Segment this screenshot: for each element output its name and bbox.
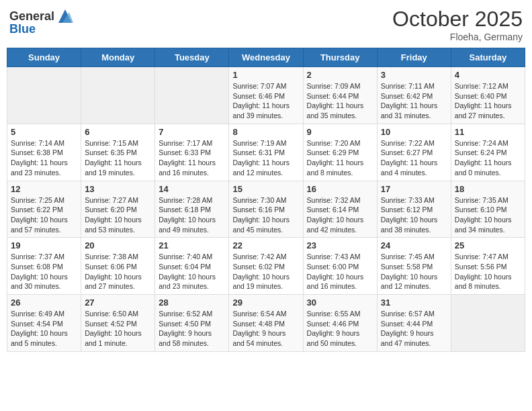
day-info: Sunrise: 6:57 AMSunset: 4:44 PMDaylight:… <box>381 309 447 349</box>
logo: General Blue <box>9 7 75 35</box>
logo-icon <box>56 7 75 26</box>
day-info: Sunrise: 7:25 AMSunset: 6:22 PMDaylight:… <box>11 195 77 235</box>
day-info: Sunrise: 7:19 AMSunset: 6:31 PMDaylight:… <box>232 138 299 178</box>
day-info: Sunrise: 7:27 AMSunset: 6:20 PMDaylight:… <box>85 195 151 235</box>
calendar-cell: 25Sunrise: 7:47 AMSunset: 5:56 PMDayligh… <box>451 238 525 295</box>
weekday-header-wednesday: Wednesday <box>229 48 303 67</box>
day-info: Sunrise: 7:20 AMSunset: 6:29 PMDaylight:… <box>307 138 373 178</box>
title-block: October 2025 Floeha, Germany <box>392 7 523 42</box>
day-number: 26 <box>11 298 77 308</box>
day-info: Sunrise: 7:17 AMSunset: 6:33 PMDaylight:… <box>159 138 225 178</box>
day-info: Sunrise: 6:52 AMSunset: 4:50 PMDaylight:… <box>159 309 225 349</box>
day-info: Sunrise: 7:40 AMSunset: 6:04 PMDaylight:… <box>159 252 225 291</box>
weekday-header-thursday: Thursday <box>303 48 377 67</box>
calendar-cell: 7Sunrise: 7:17 AMSunset: 6:33 PMDaylight… <box>155 124 229 181</box>
day-info: Sunrise: 7:22 AMSunset: 6:27 PMDaylight:… <box>381 138 447 178</box>
day-number: 23 <box>307 240 373 250</box>
day-info: Sunrise: 6:49 AMSunset: 4:54 PMDaylight:… <box>11 309 77 349</box>
day-number: 24 <box>381 240 447 250</box>
day-number: 3 <box>381 70 447 80</box>
day-info: Sunrise: 7:15 AMSunset: 6:35 PMDaylight:… <box>85 138 151 178</box>
calendar-cell <box>451 295 525 352</box>
calendar-cell: 29Sunrise: 6:54 AMSunset: 4:48 PMDayligh… <box>229 295 303 352</box>
day-info: Sunrise: 7:42 AMSunset: 6:02 PMDaylight:… <box>232 252 299 291</box>
day-info: Sunrise: 7:35 AMSunset: 6:10 PMDaylight:… <box>455 195 521 235</box>
calendar-cell: 8Sunrise: 7:19 AMSunset: 6:31 PMDaylight… <box>229 124 303 181</box>
day-number: 5 <box>11 127 77 137</box>
calendar-cell <box>7 67 81 124</box>
day-number: 21 <box>159 240 225 250</box>
day-number: 17 <box>381 184 447 194</box>
weekday-header-tuesday: Tuesday <box>155 48 229 67</box>
day-info: Sunrise: 7:47 AMSunset: 5:56 PMDaylight:… <box>455 252 521 291</box>
page-header: General Blue October 2025 Floeha, German… <box>7 7 525 42</box>
day-number: 27 <box>85 298 151 308</box>
calendar-cell: 3Sunrise: 7:11 AMSunset: 6:42 PMDaylight… <box>377 67 451 124</box>
calendar-cell: 16Sunrise: 7:32 AMSunset: 6:14 PMDayligh… <box>303 181 377 238</box>
month-title: October 2025 <box>392 7 523 32</box>
day-info: Sunrise: 7:24 AMSunset: 6:24 PMDaylight:… <box>455 138 521 178</box>
calendar-cell <box>81 67 155 124</box>
calendar-cell: 15Sunrise: 7:30 AMSunset: 6:16 PMDayligh… <box>229 181 303 238</box>
day-number: 13 <box>85 184 151 194</box>
calendar-cell: 21Sunrise: 7:40 AMSunset: 6:04 PMDayligh… <box>155 238 229 295</box>
calendar-cell: 14Sunrise: 7:28 AMSunset: 6:18 PMDayligh… <box>155 181 229 238</box>
day-info: Sunrise: 7:12 AMSunset: 6:40 PMDaylight:… <box>455 81 521 121</box>
calendar-cell: 2Sunrise: 7:09 AMSunset: 6:44 PMDaylight… <box>303 67 377 124</box>
calendar-week-1: 1Sunrise: 7:07 AMSunset: 6:46 PMDaylight… <box>7 67 525 124</box>
day-info: Sunrise: 7:07 AMSunset: 6:46 PMDaylight:… <box>232 81 299 121</box>
calendar-week-3: 12Sunrise: 7:25 AMSunset: 6:22 PMDayligh… <box>7 181 525 238</box>
day-number: 18 <box>455 184 521 194</box>
weekday-header-monday: Monday <box>81 48 155 67</box>
calendar-week-2: 5Sunrise: 7:14 AMSunset: 6:38 PMDaylight… <box>7 124 525 181</box>
calendar-cell: 19Sunrise: 7:37 AMSunset: 6:08 PMDayligh… <box>7 238 81 295</box>
day-number: 2 <box>307 70 373 80</box>
calendar-cell: 30Sunrise: 6:55 AMSunset: 4:46 PMDayligh… <box>303 295 377 352</box>
day-info: Sunrise: 7:11 AMSunset: 6:42 PMDaylight:… <box>381 81 447 121</box>
calendar-cell: 5Sunrise: 7:14 AMSunset: 6:38 PMDaylight… <box>7 124 81 181</box>
day-info: Sunrise: 6:50 AMSunset: 4:52 PMDaylight:… <box>85 309 151 349</box>
calendar-cell: 6Sunrise: 7:15 AMSunset: 6:35 PMDaylight… <box>81 124 155 181</box>
day-info: Sunrise: 6:54 AMSunset: 4:48 PMDaylight:… <box>232 309 299 349</box>
day-info: Sunrise: 7:30 AMSunset: 6:16 PMDaylight:… <box>232 195 299 235</box>
day-number: 29 <box>232 298 299 308</box>
day-info: Sunrise: 7:43 AMSunset: 6:00 PMDaylight:… <box>307 252 373 291</box>
day-number: 25 <box>455 240 521 250</box>
day-number: 20 <box>85 240 151 250</box>
calendar-cell: 27Sunrise: 6:50 AMSunset: 4:52 PMDayligh… <box>81 295 155 352</box>
day-info: Sunrise: 7:14 AMSunset: 6:38 PMDaylight:… <box>11 138 77 178</box>
weekday-header-saturday: Saturday <box>451 48 525 67</box>
logo-blue: Blue <box>9 23 36 35</box>
day-info: Sunrise: 6:55 AMSunset: 4:46 PMDaylight:… <box>307 309 373 349</box>
calendar-cell: 22Sunrise: 7:42 AMSunset: 6:02 PMDayligh… <box>229 238 303 295</box>
day-number: 7 <box>159 127 225 137</box>
calendar-week-4: 19Sunrise: 7:37 AMSunset: 6:08 PMDayligh… <box>7 238 525 295</box>
day-number: 8 <box>232 127 299 137</box>
calendar-cell: 28Sunrise: 6:52 AMSunset: 4:50 PMDayligh… <box>155 295 229 352</box>
calendar-table: SundayMondayTuesdayWednesdayThursdayFrid… <box>7 48 525 352</box>
day-number: 15 <box>232 184 299 194</box>
day-number: 16 <box>307 184 373 194</box>
weekday-header-row: SundayMondayTuesdayWednesdayThursdayFrid… <box>7 48 525 67</box>
calendar-cell <box>155 67 229 124</box>
day-info: Sunrise: 7:45 AMSunset: 5:58 PMDaylight:… <box>381 252 447 291</box>
calendar-cell: 31Sunrise: 6:57 AMSunset: 4:44 PMDayligh… <box>377 295 451 352</box>
weekday-header-friday: Friday <box>377 48 451 67</box>
day-info: Sunrise: 7:28 AMSunset: 6:18 PMDaylight:… <box>159 195 225 235</box>
day-info: Sunrise: 7:33 AMSunset: 6:12 PMDaylight:… <box>381 195 447 235</box>
day-number: 22 <box>232 240 299 250</box>
day-number: 12 <box>11 184 77 194</box>
calendar-cell: 10Sunrise: 7:22 AMSunset: 6:27 PMDayligh… <box>377 124 451 181</box>
calendar-cell: 11Sunrise: 7:24 AMSunset: 6:24 PMDayligh… <box>451 124 525 181</box>
day-number: 9 <box>307 127 373 137</box>
day-number: 6 <box>85 127 151 137</box>
logo-general: General <box>9 10 54 22</box>
calendar-cell: 9Sunrise: 7:20 AMSunset: 6:29 PMDaylight… <box>303 124 377 181</box>
day-number: 11 <box>455 127 521 137</box>
day-info: Sunrise: 7:37 AMSunset: 6:08 PMDaylight:… <box>11 252 77 291</box>
calendar-cell: 12Sunrise: 7:25 AMSunset: 6:22 PMDayligh… <box>7 181 81 238</box>
day-number: 30 <box>307 298 373 308</box>
day-number: 1 <box>232 70 299 80</box>
day-number: 4 <box>455 70 521 80</box>
day-info: Sunrise: 7:09 AMSunset: 6:44 PMDaylight:… <box>307 81 373 121</box>
